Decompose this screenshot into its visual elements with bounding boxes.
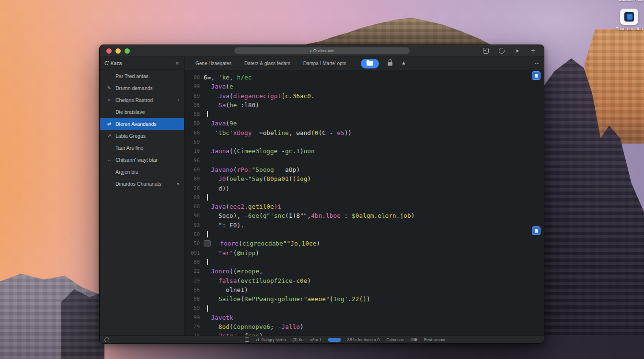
code-line[interactable]: 98 Soco), -6ee(q"'snc(1)8"",4bn.lboe : $… [184,211,544,220]
code-line[interactable]: 26 d)) [184,184,544,193]
scroll-marker-icon[interactable] [532,226,540,235]
code-token: Soco), [204,212,244,219]
code-line[interactable]: 60 'tbc'xDogy =obeline, wand(0(C - e5)) [184,128,544,137]
scroll-marker-icon[interactable] [532,71,540,80]
square-icon [245,337,249,342]
line-number: 99 [184,82,204,91]
status-item[interactable] [411,338,417,341]
status-item[interactable]: Revt:acsuw [424,337,445,342]
tab-item[interactable]: Daterz & glass fedars [238,61,297,66]
zoom-window-button[interactable] [125,48,130,54]
close-sidebar-icon[interactable]: ✕ [175,61,179,66]
project-search-pill[interactable]: ⌕ Oucherawe [234,47,410,54]
code-line[interactable]: 96 - [184,156,544,165]
line-number: 29 [184,276,204,285]
code-line[interactable]: 59 [184,303,544,313]
star-icon[interactable]: ★ [401,60,406,67]
code-text: d)) [204,184,230,193]
status-item[interactable]: 8R1e lor danser 0 [347,337,380,342]
pointer-icon[interactable]: ➤ [514,48,520,54]
status-item[interactable]: ↺9'abgry blerfu [256,337,286,342]
sidebar-item-label: Dieren Avandands [115,121,157,127]
code-editor[interactable]: 006=, 'ke, h/ec99 Java(e89 Jva(diegancec… [184,70,544,336]
status-circle-icon[interactable] [104,337,109,342]
minimize-window-button[interactable] [115,48,121,54]
code-text: Soco), -6ee(q"'snc(1)8"",4bn.lboe : $0al… [204,211,414,220]
code-line[interactable]: 22 Jonro((eroope, [184,267,544,276]
sidebar-item[interactable]: Argjen bis [100,166,184,178]
code-line[interactable]: 89 Jva(diegancecigpt[c.36ac0. [184,91,544,101]
status-item[interactable] [328,338,341,342]
line-number: 98 [184,294,204,303]
gutter-marker-icon[interactable] [204,240,211,247]
code-line[interactable]: 58 [184,110,544,119]
status-item[interactable]: v8m 1 [310,337,322,342]
code-line[interactable]: 99 Java(e [184,82,544,91]
code-line[interactable]: 89 [184,193,544,202]
code-line[interactable]: 60 [184,230,544,239]
line-number: 59 [184,119,204,128]
code-token: cigreocdabe [242,240,283,247]
code-token: 8od [204,323,230,330]
code-line[interactable]: 99 Javetk [184,313,544,322]
code-line[interactable]: 89 J0(oele~"5ay(80pa01((iog) [184,174,544,183]
code-line[interactable]: 18 2ctg' ,fsac) [184,331,544,336]
code-token: e [230,83,233,90]
sidebar-item[interactable]: Dinardos Charianats▾ [100,178,184,190]
folder-button[interactable] [361,59,379,68]
code-token: Java [204,83,226,90]
code-token: RePPwang-goluner [244,295,304,303]
code-line[interactable]: 091 "ar"(@oipp) [184,248,544,258]
chevron-down-icon[interactable]: ▾ [177,181,179,186]
code-line[interactable]: 80 [184,258,544,267]
code-line[interactable]: 69 Javano(rPo:"5ooog _aOp) [184,165,544,174]
pencil-icon: ✎ [106,85,112,90]
code-line[interactable]: 10 Jauna((Cimee3logge=-gc.1)oon [184,146,544,156]
more-options-icon[interactable]: •• [535,61,539,66]
code-line[interactable]: 96 Sa(be :l80) [184,101,544,110]
code-line[interactable]: 59 Java(9e [184,119,544,128]
code-line[interactable]: 59 [184,137,544,146]
code-line[interactable]: 006=, 'ke, h/ec [184,73,544,82]
code-line[interactable]: 98 Sailoe(RePPwang-goluner"aeeoe"(1og'.2… [184,294,544,303]
code-token: @oipp [237,249,256,257]
search-badge-icon[interactable] [483,48,489,54]
code-line[interactable]: 56 olne1) [184,285,544,294]
tab-item[interactable]: Gene Hzaeqates [189,61,238,66]
sidebar-item[interactable]: Die bratslave [100,106,184,118]
close-window-button[interactable] [106,48,112,54]
sidebar-item-label: Taur Ars fino [115,145,143,151]
chevron-right-icon[interactable]: › [178,98,179,102]
window-titlebar[interactable]: ⌕ Oucherawe ➤ ✛ [100,45,544,57]
desktop-icon-app[interactable]: Phneraor Ltua [615,9,643,31]
sidebar-item[interactable]: Par Tred antas [100,70,184,82]
shield-icon[interactable] [498,48,505,54]
code-token: gc.1 [285,147,300,155]
lock-icon[interactable] [388,62,392,66]
sidebar-item[interactable]: Taur Ars fino [100,142,184,154]
code-line[interactable]: 50 foore(cigreocdabe""Jo,10ce) [184,239,544,248]
sidebar-item[interactable]: ⇄Dieren Avandands [100,118,184,130]
layout-split-icon[interactable]: ✛ [530,48,536,54]
sidebar-item[interactable]: ←Chilsarin' wayt blar [100,154,184,166]
line-number: 99 [184,313,204,322]
sidebar-item[interactable]: ↗Labia Gregus [100,130,184,142]
desktop-icon-cut[interactable]: Eduard Fasu [617,0,644,2]
code-token: xDogy [233,129,252,136]
code-token: "aeeoe" [304,295,330,303]
status-item[interactable] [245,337,249,342]
sidebar-item[interactable]: ✎Drumn demands [100,82,184,94]
status-item[interactable]: Grimusas [386,337,403,342]
code-line[interactable]: 68 Java(eec2.getil0e)i [184,202,544,211]
code-line[interactable]: 93 ": F0). [184,221,544,230]
status-item[interactable]: (3) Ku [292,337,303,342]
desktop-icon-label: Phneraor Ltua [615,26,643,31]
code-line[interactable]: 29 8od(Copnnopvo6; -Jallo) [184,322,544,331]
code-line[interactable]: 29 falsa(evctiluopf2ice-c0e) [184,276,544,285]
tab-item[interactable]: Dampa I Marte' opts [297,61,353,66]
sidebar-item[interactable]: »Chelqris Rastrod› [100,94,184,106]
status-badge [328,338,341,342]
code-token: Java [204,120,226,127]
code-token: q"'snc [263,212,285,219]
code-token: ""Jo,10ce [283,240,317,247]
